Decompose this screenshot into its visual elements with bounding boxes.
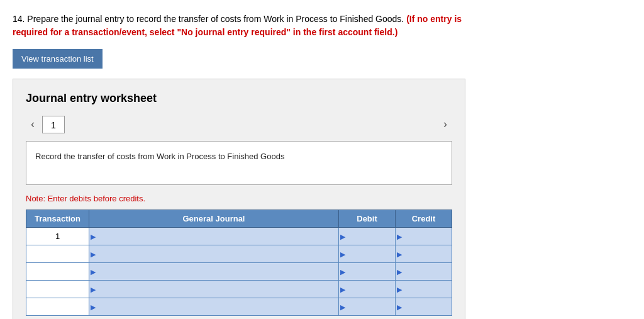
view-transaction-button[interactable]: View transaction list: [13, 49, 103, 69]
table-row-debit-2[interactable]: ▶: [339, 263, 396, 281]
table-row-credit-1[interactable]: ▶: [396, 245, 452, 263]
table-row-transaction-2: [26, 263, 89, 281]
debit-input-3[interactable]: [343, 281, 391, 298]
table-row-debit-3[interactable]: ▶: [339, 281, 396, 298]
arrow-debit-2: ▶: [340, 267, 345, 276]
description-box: Record the transfer of costs from Work i…: [26, 141, 452, 185]
debit-input-4[interactable]: [343, 298, 391, 315]
table-row-debit-4[interactable]: ▶: [339, 298, 396, 316]
arrow-credit-0: ▶: [397, 232, 402, 240]
question-container: 14. Prepare the journal entry to record …: [13, 13, 631, 39]
table-row-transaction-0: 1: [26, 228, 89, 245]
credit-input-3[interactable]: [399, 281, 448, 298]
arrow-indicator-3: ▶: [91, 285, 96, 293]
table-row-general-journal-3[interactable]: ▶: [89, 281, 339, 298]
arrow-indicator-1: ▶: [91, 250, 96, 258]
credit-input-1[interactable]: [399, 245, 448, 262]
arrow-credit-1: ▶: [397, 250, 402, 258]
col-header-transaction: Transaction: [26, 210, 89, 228]
question-text-normal: Prepare the journal entry to record the …: [27, 14, 404, 24]
table-row-debit-1[interactable]: ▶: [339, 245, 396, 263]
next-arrow[interactable]: ›: [438, 115, 452, 133]
credit-input-2[interactable]: [399, 263, 448, 280]
credit-input-4[interactable]: [399, 298, 448, 315]
arrow-credit-4: ▶: [397, 303, 402, 311]
debit-input-1[interactable]: [343, 245, 391, 262]
arrow-debit-1: ▶: [340, 250, 345, 258]
journal-table: Transaction General Journal Debit Credit…: [26, 210, 452, 316]
note-text: Note: Enter debits before credits.: [26, 194, 452, 203]
table-row-credit-2[interactable]: ▶: [396, 263, 452, 281]
general-journal-input-3[interactable]: [93, 281, 335, 298]
arrow-debit-3: ▶: [340, 285, 345, 293]
worksheet-container: Journal entry worksheet ‹ 1 › Record the…: [13, 79, 465, 319]
table-row-general-journal-0[interactable]: ▶: [89, 228, 339, 245]
col-header-credit: Credit: [396, 210, 452, 228]
arrow-debit-4: ▶: [340, 303, 345, 311]
prev-arrow[interactable]: ‹: [26, 115, 40, 133]
col-header-general-journal: General Journal: [89, 210, 339, 228]
col-header-debit: Debit: [339, 210, 396, 228]
table-row-credit-0[interactable]: ▶: [396, 228, 452, 245]
arrow-indicator-0: ▶: [91, 232, 96, 240]
page-number: 1: [42, 116, 65, 133]
table-row-credit-3[interactable]: ▶: [396, 281, 452, 298]
table-row-transaction-1: [26, 245, 89, 263]
debit-input-2[interactable]: [343, 263, 391, 280]
arrow-indicator-2: ▶: [91, 267, 96, 276]
arrow-credit-2: ▶: [397, 267, 402, 276]
table-row-credit-4[interactable]: ▶: [396, 298, 452, 316]
general-journal-input-0[interactable]: [93, 228, 335, 245]
question-text: 14. Prepare the journal entry to record …: [13, 13, 465, 39]
general-journal-input-1[interactable]: [93, 245, 335, 262]
general-journal-input-2[interactable]: [93, 263, 335, 280]
arrow-credit-3: ▶: [397, 285, 402, 293]
table-row-debit-0[interactable]: ▶: [339, 228, 396, 245]
question-number: 14.: [13, 14, 25, 24]
credit-input-0[interactable]: [399, 228, 448, 245]
worksheet-title: Journal entry worksheet: [26, 92, 452, 105]
arrow-indicator-4: ▶: [91, 303, 96, 311]
table-row-general-journal-4[interactable]: ▶: [89, 298, 339, 316]
nav-row: ‹ 1 ›: [26, 115, 452, 133]
arrow-debit-0: ▶: [340, 232, 345, 240]
debit-input-0[interactable]: [343, 228, 391, 245]
table-row-transaction-4: [26, 298, 89, 316]
table-row-general-journal-1[interactable]: ▶: [89, 245, 339, 263]
general-journal-input-4[interactable]: [93, 298, 335, 315]
table-row-transaction-3: [26, 281, 89, 298]
table-row-general-journal-2[interactable]: ▶: [89, 263, 339, 281]
